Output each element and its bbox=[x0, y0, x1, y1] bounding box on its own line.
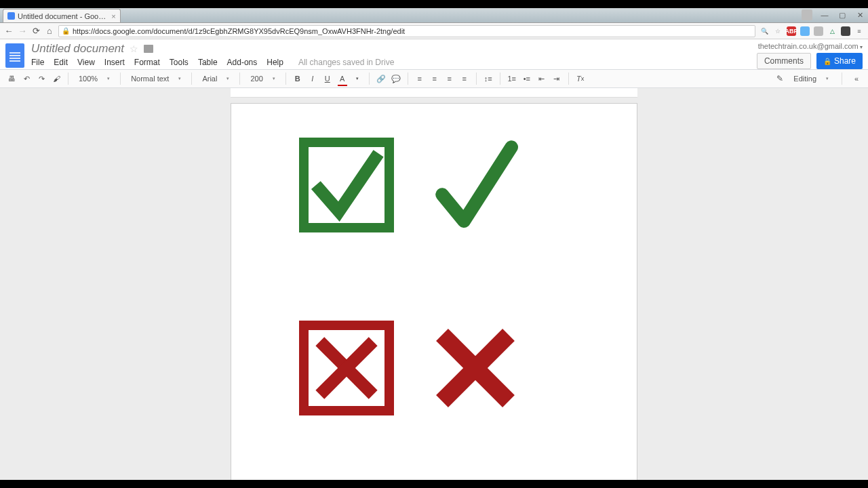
font-size-dropdown[interactable]: 200 bbox=[245, 74, 279, 83]
check-symbols-row bbox=[299, 138, 596, 232]
comments-button[interactable]: Comments bbox=[757, 53, 811, 69]
chrome-menu-icon[interactable]: ≡ bbox=[854, 26, 864, 36]
underline-icon[interactable]: U bbox=[321, 72, 334, 85]
redo-icon[interactable]: ↷ bbox=[35, 72, 47, 85]
check-mark-icon bbox=[428, 138, 523, 232]
browser-tabstrip: Untitled document - Goo… × — ▢ ✕ bbox=[0, 8, 868, 23]
cross-mark-icon bbox=[428, 321, 523, 415]
lock-icon: 🔒 bbox=[62, 27, 70, 35]
url-text: https://docs.google.com/document/d/1z9cE… bbox=[73, 27, 405, 35]
document-title[interactable]: Untitled document bbox=[31, 42, 124, 56]
menu-file[interactable]: File bbox=[31, 58, 44, 67]
browser-tab[interactable]: Untitled document - Goo… × bbox=[3, 9, 121, 22]
editing-mode-dropdown[interactable]: Editing bbox=[789, 74, 833, 83]
url-input[interactable]: 🔒 https://docs.google.com/document/d/1z9… bbox=[58, 25, 755, 37]
align-right-icon[interactable]: ≡ bbox=[443, 72, 456, 85]
insert-link-icon[interactable]: 🔗 bbox=[375, 72, 387, 85]
close-window-icon[interactable]: ✕ bbox=[854, 11, 865, 20]
ext-icon-2[interactable] bbox=[814, 26, 823, 36]
browser-addressbar: ← → ⟳ ⌂ 🔒 https://docs.google.com/docume… bbox=[0, 23, 868, 39]
align-left-icon[interactable]: ≡ bbox=[414, 72, 426, 85]
ext-icon-1[interactable] bbox=[800, 26, 810, 36]
folder-icon[interactable] bbox=[144, 45, 153, 53]
docs-header: Untitled document ☆ File Edit View Inser… bbox=[0, 39, 868, 69]
drive-icon[interactable]: △ bbox=[827, 26, 837, 36]
bold-icon[interactable]: B bbox=[292, 72, 304, 85]
bookmark-star-icon[interactable]: ☆ bbox=[773, 26, 783, 36]
document-canvas[interactable] bbox=[0, 88, 868, 480]
page[interactable] bbox=[231, 103, 637, 480]
menu-format[interactable]: Format bbox=[134, 58, 160, 67]
window-controls: — ▢ ✕ bbox=[802, 9, 865, 20]
adblock-icon[interactable]: ABP bbox=[787, 26, 796, 36]
menu-insert[interactable]: Insert bbox=[104, 58, 125, 67]
share-button[interactable]: Share bbox=[816, 53, 863, 69]
style-dropdown[interactable]: Normal text bbox=[126, 74, 186, 83]
menu-edit[interactable]: Edit bbox=[54, 58, 68, 67]
menu-help[interactable]: Help bbox=[267, 58, 283, 67]
save-status: All changes saved in Drive bbox=[298, 58, 394, 67]
forward-icon[interactable]: → bbox=[18, 26, 27, 36]
menu-tools[interactable]: Tools bbox=[170, 58, 189, 67]
cross-symbols-row bbox=[299, 321, 596, 415]
ballot-box-check-icon bbox=[299, 138, 394, 232]
font-dropdown[interactable]: Arial bbox=[197, 74, 234, 83]
increase-indent-icon[interactable]: ⇥ bbox=[551, 72, 563, 85]
undo-icon[interactable]: ↶ bbox=[20, 72, 33, 85]
docs-toolbar: 🖶 ↶ ↷ 🖌 100% Normal text Arial 200 B I U… bbox=[0, 69, 868, 88]
zoom-icon[interactable]: 🔍 bbox=[760, 26, 769, 36]
horizontal-ruler[interactable] bbox=[231, 88, 637, 98]
star-icon[interactable]: ☆ bbox=[130, 43, 138, 54]
zoom-dropdown[interactable]: 100% bbox=[74, 74, 115, 83]
close-tab-icon[interactable]: × bbox=[111, 12, 115, 20]
insert-comment-icon[interactable]: 💬 bbox=[390, 72, 402, 85]
browser-extensions: 🔍 ☆ ABP △ ≡ bbox=[760, 26, 864, 36]
menu-view[interactable]: View bbox=[77, 58, 95, 67]
editing-mode-icon: ✎ bbox=[776, 74, 783, 83]
collapse-toolbar-icon[interactable]: « bbox=[850, 72, 863, 85]
italic-icon[interactable]: I bbox=[307, 72, 319, 85]
profile-avatar-icon[interactable] bbox=[802, 9, 812, 20]
maximize-icon[interactable]: ▢ bbox=[837, 11, 848, 20]
back-icon[interactable]: ← bbox=[4, 26, 14, 36]
paint-format-icon[interactable]: 🖌 bbox=[50, 72, 62, 85]
ext-icon-3[interactable] bbox=[841, 26, 850, 36]
account-email[interactable]: thetechtrain.co.uk@gmail.com bbox=[758, 42, 863, 50]
tab-title: Untitled document - Goo… bbox=[18, 12, 106, 20]
text-color-icon[interactable]: A bbox=[336, 72, 349, 85]
menu-table[interactable]: Table bbox=[198, 58, 218, 67]
decrease-indent-icon[interactable]: ⇤ bbox=[536, 72, 548, 85]
home-icon[interactable]: ⌂ bbox=[45, 26, 54, 36]
minimize-icon[interactable]: — bbox=[819, 11, 830, 19]
menu-addons[interactable]: Add-ons bbox=[227, 58, 258, 67]
ballot-box-cross-icon bbox=[299, 321, 394, 415]
align-center-icon[interactable]: ≡ bbox=[429, 72, 441, 85]
reload-icon[interactable]: ⟳ bbox=[31, 26, 41, 36]
line-spacing-icon[interactable]: ↕≡ bbox=[482, 72, 494, 85]
share-label: Share bbox=[834, 56, 856, 66]
print-icon[interactable]: 🖶 bbox=[5, 72, 18, 85]
clear-formatting-icon[interactable]: Tx bbox=[574, 72, 587, 85]
menu-bar: File Edit View Insert Format Tools Table… bbox=[31, 58, 757, 67]
google-docs-logo-icon[interactable] bbox=[5, 43, 24, 68]
numbered-list-icon[interactable]: 1≡ bbox=[506, 72, 518, 85]
docs-favicon bbox=[7, 12, 15, 20]
bulleted-list-icon[interactable]: •≡ bbox=[521, 72, 533, 85]
align-justify-icon[interactable]: ≡ bbox=[458, 72, 471, 85]
chevron-down-icon[interactable]: ▾ bbox=[351, 72, 363, 85]
